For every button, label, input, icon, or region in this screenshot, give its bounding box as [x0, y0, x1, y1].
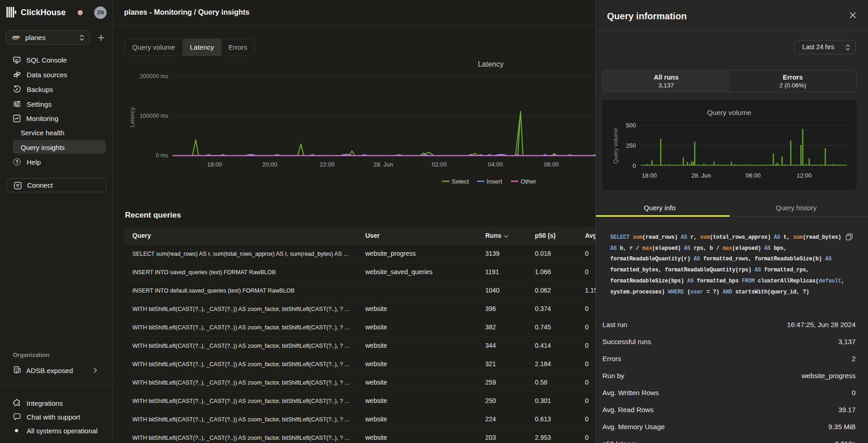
- svg-text:Insert: Insert: [487, 178, 502, 185]
- svg-text:Select: Select: [452, 178, 469, 185]
- svg-text:Query volume: Query volume: [707, 109, 751, 116]
- svg-text:04:00: 04:00: [488, 161, 503, 168]
- svg-text:22:00: 22:00: [320, 161, 335, 168]
- svg-text:0 ms: 0 ms: [156, 152, 168, 159]
- svg-text:18:00: 18:00: [642, 172, 657, 179]
- svg-text:500: 500: [626, 122, 636, 129]
- svg-text:02:00: 02:00: [432, 161, 447, 168]
- svg-text:12:00: 12:00: [797, 172, 812, 179]
- svg-text:Latency: Latency: [129, 107, 136, 127]
- svg-text:28. Jun: 28. Jun: [374, 161, 393, 168]
- svg-text:250: 250: [626, 142, 636, 149]
- svg-text:18:00: 18:00: [207, 161, 222, 168]
- svg-text:100000 ms: 100000 ms: [140, 113, 168, 119]
- svg-text:Latency: Latency: [478, 60, 504, 68]
- svg-text:06:00: 06:00: [544, 161, 559, 168]
- svg-text:06:00: 06:00: [746, 172, 761, 179]
- svg-text:200000 ms: 200000 ms: [140, 73, 168, 80]
- svg-text:Other: Other: [521, 178, 536, 185]
- svg-text:28. Jun: 28. Jun: [692, 172, 711, 179]
- svg-text:20:00: 20:00: [262, 161, 278, 168]
- svg-text:Query volume: Query volume: [613, 128, 619, 164]
- svg-text:0: 0: [633, 162, 636, 169]
